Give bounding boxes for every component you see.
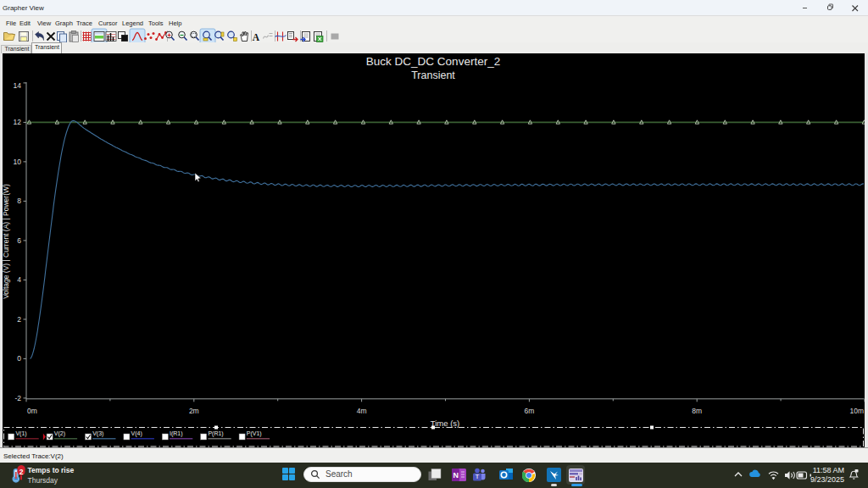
svg-text:2m: 2m xyxy=(189,407,199,415)
svg-text:4m: 4m xyxy=(357,407,367,415)
svg-text:10m: 10m xyxy=(849,407,864,415)
svg-text:P(R1): P(R1) xyxy=(208,430,223,437)
svg-text:Transient: Transient xyxy=(411,69,455,81)
svg-text:0m: 0m xyxy=(27,407,37,415)
svg-text:8: 8 xyxy=(17,197,21,205)
svg-text:Buck DC_DC Converter_2: Buck DC_DC Converter_2 xyxy=(366,55,500,68)
svg-text:12: 12 xyxy=(14,118,22,126)
svg-text:10: 10 xyxy=(14,158,22,166)
svg-text:I(R1): I(R1) xyxy=(170,430,183,437)
svg-text:N: N xyxy=(453,471,459,480)
svg-text:0: 0 xyxy=(17,354,21,363)
svg-text:2: 2 xyxy=(17,315,21,324)
svg-text:V(2): V(2) xyxy=(54,430,65,437)
svg-text:Voltage (V) | Current (A) | Po: Voltage (V) | Current (A) | Power(W) xyxy=(3,184,10,299)
svg-text:4: 4 xyxy=(17,275,21,284)
svg-text:V(3): V(3) xyxy=(92,430,103,437)
svg-text:P(V1): P(V1) xyxy=(247,430,262,437)
svg-text:2: 2 xyxy=(19,468,24,476)
svg-text:-2: -2 xyxy=(14,394,21,402)
svg-text:6: 6 xyxy=(17,236,21,245)
svg-text:V(4): V(4) xyxy=(131,430,142,437)
svg-text:6m: 6m xyxy=(524,407,534,415)
svg-text:8m: 8m xyxy=(692,407,702,415)
svg-text:V(1): V(1) xyxy=(15,430,26,437)
svg-text:14: 14 xyxy=(14,81,22,90)
svg-text:T: T xyxy=(476,473,480,480)
